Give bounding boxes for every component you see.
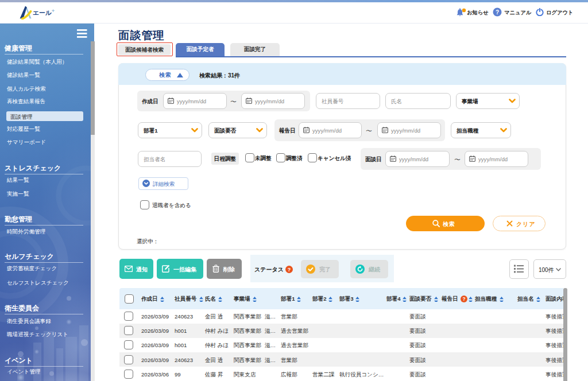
svg-text:?: ? [496, 9, 499, 15]
svg-text:?: ? [288, 267, 291, 273]
svg-text:?: ? [462, 296, 465, 302]
